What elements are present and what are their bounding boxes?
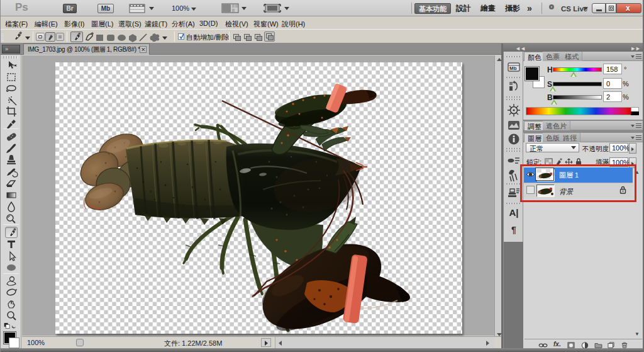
svg-text:Mb: Mb <box>509 65 517 71</box>
